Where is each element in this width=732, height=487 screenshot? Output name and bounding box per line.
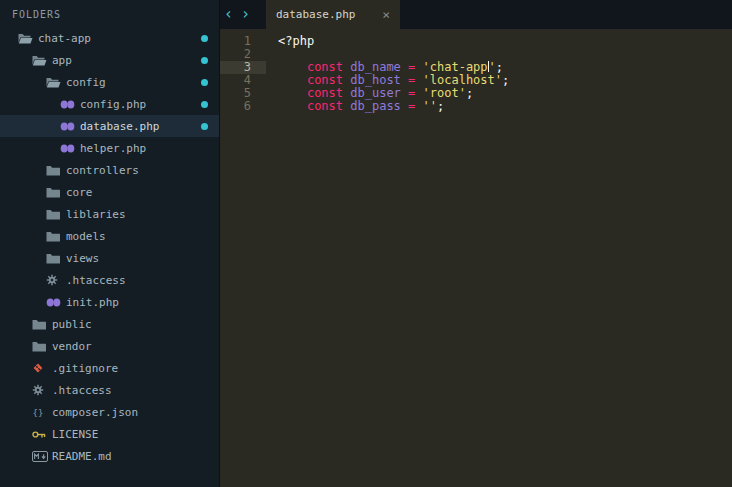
php-icon	[46, 298, 66, 307]
svg-text:{}: {}	[33, 407, 44, 417]
sidebar-item--htaccess[interactable]: .htaccess	[0, 269, 219, 291]
sidebar-item-liblaries[interactable]: liblaries	[0, 203, 219, 225]
file-label: controllers	[66, 164, 139, 177]
file-label: app	[52, 54, 72, 67]
modified-dot	[201, 123, 208, 130]
tab-bar: ‹ › database.php ×	[220, 0, 732, 29]
sidebar-item-config[interactable]: config	[0, 71, 219, 93]
file-label: config	[66, 76, 106, 89]
sidebar-item-database-php[interactable]: database.php	[0, 115, 219, 137]
sidebar-item-public[interactable]: public	[0, 313, 219, 335]
folder-open-icon	[32, 55, 52, 66]
gear-icon	[32, 384, 52, 396]
code-line: const db_pass = '';	[266, 100, 444, 113]
next-tab-button[interactable]: ›	[237, 0, 254, 29]
line-number: 4	[220, 74, 266, 87]
sidebar-item-core[interactable]: core	[0, 181, 219, 203]
file-label: .htaccess	[66, 274, 126, 287]
folder-icon	[46, 231, 66, 242]
file-label: vendor	[52, 340, 92, 353]
folder-open-icon	[18, 33, 38, 44]
folder-open-icon	[46, 77, 66, 88]
php-icon	[60, 144, 80, 153]
folder-icon	[32, 319, 52, 330]
json-icon: {}	[32, 407, 52, 418]
file-label: helper.php	[80, 142, 146, 155]
gear-icon	[46, 274, 66, 286]
folder-icon	[46, 187, 66, 198]
file-label: README.md	[52, 450, 112, 463]
code-line	[266, 48, 278, 61]
editor-pane: ‹ › database.php × 1<?php23 const db_nam…	[220, 0, 732, 487]
sidebar-item--htaccess[interactable]: .htaccess	[0, 379, 219, 401]
prev-tab-button[interactable]: ‹	[220, 0, 237, 29]
folder-icon	[46, 165, 66, 176]
sidebar: FOLDERS chat-appappconfigconfig.phpdatab…	[0, 0, 220, 487]
git-icon	[32, 362, 52, 374]
sidebar-item-views[interactable]: views	[0, 247, 219, 269]
file-label: liblaries	[66, 208, 126, 221]
file-label: models	[66, 230, 106, 243]
folder-icon	[32, 341, 52, 352]
php-icon	[60, 100, 80, 109]
line-number: 2	[220, 48, 266, 61]
folder-tree: chat-appappconfigconfig.phpdatabase.phph…	[0, 27, 219, 487]
file-label: core	[66, 186, 93, 199]
sidebar-item-composer-json[interactable]: {}composer.json	[0, 401, 219, 423]
app-window: { "window": { "title": "database.php" },…	[0, 0, 732, 487]
sidebar-item-helper-php[interactable]: helper.php	[0, 137, 219, 159]
file-label: init.php	[66, 296, 119, 309]
editor-line: 1<?php	[220, 35, 732, 48]
license-icon	[32, 430, 52, 439]
file-label: views	[66, 252, 99, 265]
code-line: <?php	[266, 35, 314, 48]
sidebar-item-models[interactable]: models	[0, 225, 219, 247]
sidebar-item-config-php[interactable]: config.php	[0, 93, 219, 115]
modified-dot	[201, 57, 208, 64]
folder-icon	[46, 209, 66, 220]
modified-dot	[201, 101, 208, 108]
line-number: 5	[220, 87, 266, 100]
file-label: chat-app	[38, 32, 91, 45]
sidebar-item--gitignore[interactable]: .gitignore	[0, 357, 219, 379]
editor[interactable]: 1<?php23 const db_name = 'chat-app';4 co…	[220, 29, 732, 487]
file-label: database.php	[80, 120, 159, 133]
file-label: public	[52, 318, 92, 331]
sidebar-item-chat-app[interactable]: chat-app	[0, 27, 219, 49]
sidebar-item-controllers[interactable]: controllers	[0, 159, 219, 181]
modified-dot	[201, 79, 208, 86]
sidebar-item-app[interactable]: app	[0, 49, 219, 71]
file-label: composer.json	[52, 406, 138, 419]
close-icon[interactable]: ×	[382, 7, 390, 22]
file-label: config.php	[80, 98, 146, 111]
tab-label: database.php	[276, 8, 355, 21]
modified-dot	[201, 35, 208, 42]
file-label: .htaccess	[52, 384, 112, 397]
file-label: .gitignore	[52, 362, 118, 375]
line-number: 3	[220, 61, 266, 74]
line-number: 6	[220, 100, 266, 113]
folder-icon	[46, 253, 66, 264]
editor-line: 6 const db_pass = '';	[220, 100, 732, 113]
sidebar-item-readme-md[interactable]: README.md	[0, 445, 219, 467]
markdown-icon	[32, 451, 52, 462]
folders-header: FOLDERS	[0, 0, 219, 27]
line-number: 1	[220, 35, 266, 48]
sidebar-item-init-php[interactable]: init.php	[0, 291, 219, 313]
tab-database-php[interactable]: database.php ×	[266, 0, 400, 29]
php-icon	[60, 122, 80, 131]
sidebar-item-vendor[interactable]: vendor	[0, 335, 219, 357]
file-label: LICENSE	[52, 428, 98, 441]
sidebar-item-license[interactable]: LICENSE	[0, 423, 219, 445]
